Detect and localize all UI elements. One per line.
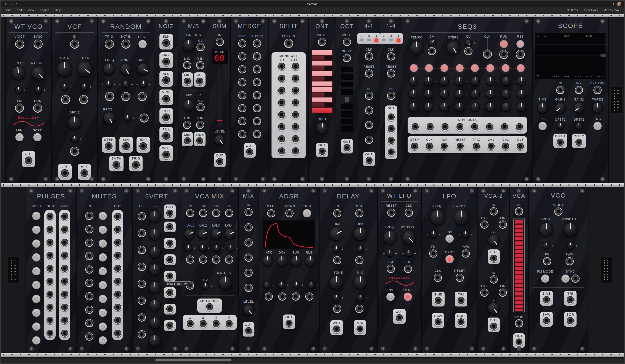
mute-out-jack[interactable] bbox=[114, 225, 122, 234]
row-in-jack[interactable] bbox=[138, 330, 146, 338]
saw-out-jack[interactable] bbox=[434, 318, 442, 326]
voct-jack[interactable] bbox=[318, 38, 326, 46]
seq-row3-knob[interactable] bbox=[439, 102, 449, 112]
fm-jack[interactable] bbox=[387, 265, 395, 273]
run-in-jack[interactable] bbox=[440, 142, 448, 150]
gain2-knob[interactable] bbox=[573, 102, 584, 113]
merge-in-jack[interactable] bbox=[253, 91, 261, 99]
l-in-jack-2[interactable] bbox=[183, 121, 191, 129]
ext-in-jack[interactable] bbox=[121, 40, 130, 49]
mute-out-jack[interactable] bbox=[114, 238, 122, 247]
prob-cv-jack[interactable] bbox=[140, 113, 149, 123]
trig-out-jack[interactable] bbox=[46, 329, 54, 337]
mute-button[interactable] bbox=[99, 295, 107, 303]
step-out-jack[interactable] bbox=[500, 123, 509, 131]
module-delay[interactable]: DELAY IN CLK TIMEFDBK −+ −+ TONEMIX −+ −… bbox=[319, 187, 377, 353]
octave-step[interactable] bbox=[341, 67, 353, 72]
cv1-jack[interactable] bbox=[186, 255, 194, 264]
trg-button[interactable] bbox=[594, 122, 602, 130]
piano-key[interactable] bbox=[312, 103, 325, 108]
side-out-jack[interactable] bbox=[196, 77, 204, 85]
sync-jack[interactable] bbox=[33, 40, 43, 49]
sine-out-jack[interactable] bbox=[542, 296, 551, 304]
module-vca-2[interactable]: VCA-2 IN EXP LIN LVL OUT IN EXP LIN LVL … bbox=[478, 187, 509, 353]
module-8vert[interactable]: 8VERT 10V −|+ OUT bbox=[133, 187, 181, 353]
atk-cv-jack[interactable] bbox=[265, 292, 273, 301]
rst-jack[interactable] bbox=[516, 50, 525, 59]
in-jack[interactable] bbox=[515, 207, 523, 216]
trig-out-jack[interactable] bbox=[46, 252, 54, 260]
inv-button[interactable] bbox=[445, 234, 454, 243]
row-out-jack[interactable] bbox=[166, 223, 174, 231]
in-jack[interactable] bbox=[365, 106, 373, 114]
module-oct[interactable]: OCT V/OCT SHIFT OUT bbox=[336, 17, 358, 183]
reset-in-jack[interactable] bbox=[456, 142, 464, 150]
ch2-out-jack[interactable] bbox=[199, 320, 207, 328]
step-out-jack[interactable] bbox=[456, 123, 464, 131]
mute-button[interactable] bbox=[99, 240, 107, 248]
push-button[interactable] bbox=[32, 323, 40, 331]
mute-in-jack[interactable] bbox=[85, 292, 94, 301]
mute-button[interactable] bbox=[99, 281, 107, 289]
mute-out-jack[interactable] bbox=[114, 264, 122, 273]
seq-row2-knob[interactable] bbox=[424, 89, 433, 99]
ofst-button[interactable] bbox=[404, 293, 412, 301]
split-out-jack[interactable] bbox=[278, 62, 286, 70]
menu-view[interactable]: View bbox=[25, 8, 37, 13]
clk-jack[interactable] bbox=[483, 50, 492, 58]
cv4-jack[interactable] bbox=[225, 255, 233, 264]
rst-button[interactable] bbox=[516, 40, 524, 48]
merge-in-jack[interactable] bbox=[253, 117, 261, 125]
row-gain-knob[interactable] bbox=[149, 211, 161, 223]
merge-in-jack[interactable] bbox=[238, 91, 247, 99]
clk-jack[interactable] bbox=[434, 274, 442, 282]
ofst-knob[interactable] bbox=[316, 122, 328, 134]
menu-engine[interactable]: Engine bbox=[37, 8, 52, 13]
wht-out-jack[interactable] bbox=[162, 150, 171, 159]
split-out-jack[interactable] bbox=[278, 111, 286, 119]
lpf-out-jack[interactable] bbox=[60, 169, 69, 178]
row-gain-knob[interactable] bbox=[149, 299, 161, 311]
merge-in-jack[interactable] bbox=[238, 117, 247, 125]
sus-knob[interactable] bbox=[291, 255, 302, 266]
drive-cv-jack[interactable] bbox=[70, 147, 79, 156]
run-jack[interactable] bbox=[499, 50, 508, 59]
freq-trim-knob[interactable] bbox=[15, 86, 22, 93]
trig-out-jack[interactable] bbox=[46, 225, 54, 234]
mslr-knob[interactable] bbox=[183, 99, 195, 111]
shape-trim-knob[interactable] bbox=[140, 81, 147, 88]
split-out-jack[interactable] bbox=[291, 74, 300, 83]
tone-trim[interactable] bbox=[333, 294, 340, 301]
fm-trim[interactable] bbox=[543, 242, 550, 249]
seq-row3-knob[interactable] bbox=[486, 102, 495, 112]
freq-knob[interactable] bbox=[383, 231, 397, 245]
push-button[interactable] bbox=[32, 226, 40, 234]
tempo-cv-trim[interactable] bbox=[428, 39, 436, 46]
mix-knob[interactable] bbox=[353, 276, 367, 289]
lvl1-knob[interactable] bbox=[184, 228, 195, 239]
merge-in-jack[interactable] bbox=[238, 78, 247, 86]
lrms-knob[interactable] bbox=[183, 39, 195, 51]
out-jack[interactable] bbox=[387, 125, 395, 133]
in3-jack[interactable] bbox=[212, 209, 220, 217]
gate-out-jack[interactable] bbox=[61, 290, 69, 299]
split-out-jack[interactable] bbox=[291, 135, 300, 143]
out-jack[interactable] bbox=[387, 148, 395, 156]
poly-in-jack[interactable] bbox=[284, 39, 293, 48]
res-trim-knob[interactable] bbox=[81, 83, 88, 90]
level-knob[interactable] bbox=[214, 135, 225, 145]
mute-button[interactable] bbox=[99, 267, 107, 275]
module-wt-vco[interactable]: WT VCO V/OCT SYNC FREQWT POS −+ −+ FM PO… bbox=[6, 17, 51, 183]
out-jack[interactable] bbox=[395, 314, 404, 322]
module-4-1[interactable]: 4-1 2 3 4 CLK RESET IN OUT bbox=[358, 17, 380, 183]
mid-out-jack-2[interactable] bbox=[183, 137, 191, 145]
split-out-jack[interactable] bbox=[291, 99, 300, 107]
octave-step[interactable] bbox=[341, 126, 353, 132]
split-out-jack[interactable] bbox=[278, 86, 286, 95]
lx2-button[interactable] bbox=[538, 122, 547, 130]
out1-jack[interactable] bbox=[556, 138, 564, 146]
prob-knob[interactable] bbox=[103, 112, 115, 124]
step-gate-button[interactable] bbox=[440, 64, 448, 72]
pwm-jack[interactable] bbox=[565, 257, 574, 265]
merge-in-jack[interactable] bbox=[253, 65, 261, 74]
